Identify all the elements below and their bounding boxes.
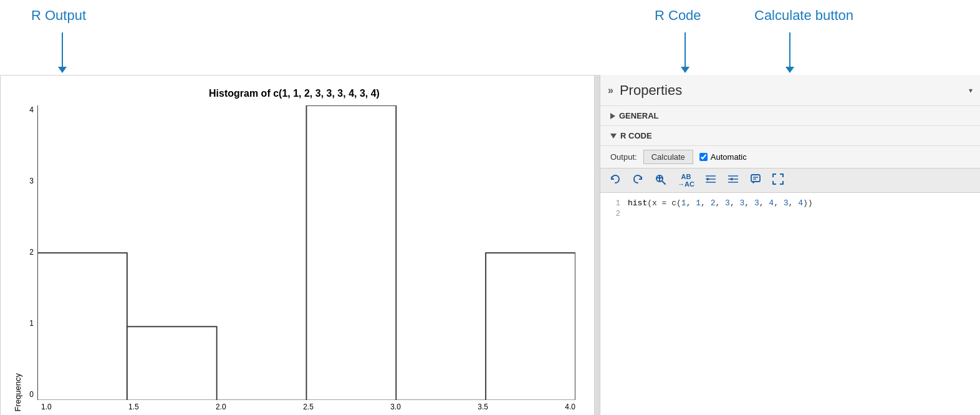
expand-button[interactable] — [768, 171, 788, 190]
automatic-row: Automatic — [699, 152, 747, 162]
rcode-section-label: R CODE — [620, 131, 652, 140]
x-label-1.0: 1.0 — [41, 403, 52, 411]
y-tick-4: 4 — [29, 105, 34, 114]
svg-line-15 — [662, 181, 665, 184]
y-axis-ticks: 0 1 2 3 4 — [25, 105, 37, 400]
output-row: Output: Calculate Automatic — [600, 146, 980, 168]
properties-dropdown-arrow[interactable]: ▾ — [969, 86, 973, 95]
r-output-annotation-label: R Output — [31, 7, 86, 24]
calculate-annotation-label: Calculate button — [754, 7, 853, 24]
svg-rect-17 — [659, 175, 660, 182]
calculate-button[interactable]: Calculate — [643, 150, 693, 164]
outdent-button[interactable] — [723, 171, 743, 190]
rcode-section-header[interactable]: R CODE — [600, 126, 980, 146]
code-line-1: 1 hist(x = c(1, 1, 2, 3, 3, 3, 4, 3, 4)) — [600, 198, 980, 208]
code-content-1: hist(x = c(1, 1, 2, 3, 3, 3, 4, 3, 4)) — [628, 198, 813, 208]
undo-button[interactable] — [605, 171, 625, 190]
properties-title: Properties — [620, 82, 963, 99]
indent-button[interactable] — [701, 171, 721, 190]
code-line-2: 2 — [600, 208, 980, 219]
y-tick-3: 3 — [29, 177, 34, 185]
code-toolbar: AB→AC — [600, 168, 980, 193]
properties-header: » Properties ▾ — [600, 75, 980, 106]
svg-rect-24 — [751, 175, 760, 182]
histogram-svg — [37, 105, 575, 400]
r-code-annotation-label: R Code — [655, 7, 701, 24]
redo-button[interactable] — [628, 171, 648, 190]
automatic-checkbox[interactable] — [699, 153, 708, 161]
general-collapse-icon — [610, 113, 615, 119]
bar-2.5-3.0 — [307, 105, 396, 400]
output-label: Output: — [610, 152, 637, 162]
find-button[interactable] — [650, 171, 671, 190]
x-label-2.5: 2.5 — [303, 403, 314, 411]
replace-button[interactable]: AB→AC — [674, 171, 698, 190]
y-tick-0: 0 — [29, 390, 34, 399]
properties-panel: » Properties ▾ GENERAL R CODE Output: Ca… — [600, 75, 980, 415]
panel-separator — [595, 75, 600, 415]
general-section-header[interactable]: GENERAL — [600, 106, 980, 126]
double-chevron-icon[interactable]: » — [608, 85, 613, 96]
y-axis-label: Frequency — [13, 105, 22, 411]
line-number-2: 2 — [605, 209, 620, 218]
x-label-4.0: 4.0 — [565, 403, 575, 411]
bar-1.5-2.0 — [127, 326, 217, 400]
r-code-arrow — [681, 32, 689, 73]
y-tick-1: 1 — [29, 319, 34, 328]
r-output-panel: Histogram of c(1, 1, 2, 3, 3, 3, 4, 3, 4… — [0, 75, 595, 415]
general-section-label: GENERAL — [619, 111, 659, 120]
comment-button[interactable] — [746, 171, 766, 190]
y-tick-2: 2 — [29, 248, 34, 256]
line-number-1: 1 — [605, 198, 620, 208]
x-axis-labels: 1.0 1.5 2.0 2.5 3.0 3.5 4.0 — [41, 403, 575, 411]
code-editor[interactable]: 1 hist(x = c(1, 1, 2, 3, 3, 3, 4, 3, 4))… — [600, 193, 980, 415]
rcode-collapse-icon — [610, 134, 617, 139]
automatic-label: Automatic — [711, 152, 747, 162]
histogram-chart — [37, 105, 575, 400]
x-label-2.0: 2.0 — [216, 403, 226, 411]
x-label-1.5: 1.5 — [128, 403, 139, 411]
x-label-3.5: 3.5 — [478, 403, 488, 411]
bar-1.0-1.5 — [37, 253, 127, 400]
x-label-3.0: 3.0 — [390, 403, 401, 411]
bar-3.5-4.0 — [486, 253, 575, 400]
chart-title: Histogram of c(1, 1, 2, 3, 3, 3, 4, 3, 4… — [209, 88, 380, 99]
r-output-arrow — [58, 32, 67, 73]
calculate-arrow — [785, 32, 794, 73]
